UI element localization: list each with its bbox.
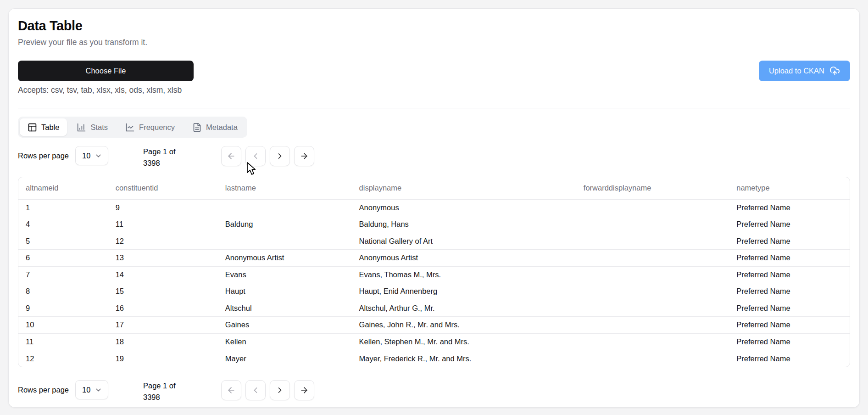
column-header-constituentid: constituentid (108, 177, 218, 199)
tab-label: Frequency (139, 123, 175, 132)
column-header-forwarddisplayname: forwarddisplayname (576, 177, 729, 199)
column-header-displayname: displayname (352, 177, 576, 199)
cell-altnameid: 9 (18, 300, 108, 317)
cell-nametype: Preferred Name (729, 199, 850, 216)
first-page-button[interactable] (221, 146, 241, 166)
tab-metadata[interactable]: Metadata (184, 118, 245, 136)
column-header-altnameid: altnameid (18, 177, 108, 199)
cell-altnameid: 1 (18, 199, 108, 216)
cell-constituentid: 15 (108, 283, 218, 300)
cell-nametype: Preferred Name (729, 266, 850, 283)
table-row: 411BaldungBaldung, HansPreferred Name (18, 216, 850, 233)
cell-displayname: Baldung, Hans (352, 216, 576, 233)
cell-constituentid: 19 (108, 350, 218, 367)
cell-forwarddisplayname (576, 317, 729, 334)
actions-row: Choose File Upload to CKAN (18, 61, 850, 81)
cell-constituentid: 14 (108, 266, 218, 283)
rows-per-page-select[interactable]: 10 (75, 146, 108, 165)
tab-stats[interactable]: Stats (69, 118, 116, 136)
chevron-down-icon (95, 152, 102, 160)
cell-nametype: Preferred Name (729, 350, 850, 367)
first-page-button[interactable] (221, 380, 241, 400)
cell-forwarddisplayname (576, 233, 729, 250)
cell-lastname: Haupt (218, 283, 352, 300)
tab-label: Metadata (206, 123, 238, 132)
cell-displayname: Evans, Thomas M., Mrs. (352, 266, 576, 283)
cell-displayname: Mayer, Frederick R., Mr. and Mrs. (352, 350, 576, 367)
cell-displayname: National Gallery of Art (352, 233, 576, 250)
page-info: Page 1 of 3398 (143, 146, 184, 169)
cell-constituentid: 16 (108, 300, 218, 317)
cell-nametype: Preferred Name (729, 283, 850, 300)
cell-lastname: Evans (218, 266, 352, 283)
previous-page-button[interactable] (245, 380, 266, 400)
section-divider (18, 108, 850, 108)
last-page-button[interactable] (294, 146, 314, 166)
cell-constituentid: 12 (108, 233, 218, 250)
column-header-lastname: lastname (218, 177, 352, 199)
cell-forwarddisplayname (576, 216, 729, 233)
chevron-right-icon (275, 151, 284, 161)
tab-label: Stats (90, 123, 108, 132)
last-page-button[interactable] (294, 380, 314, 400)
rows-per-page-select[interactable]: 10 (75, 380, 108, 399)
arrow-right-icon (300, 151, 309, 161)
cell-lastname (218, 199, 352, 216)
cell-altnameid: 10 (18, 317, 108, 334)
cell-lastname: Altschul (218, 300, 352, 317)
cell-altnameid: 12 (18, 350, 108, 367)
cell-forwarddisplayname (576, 199, 729, 216)
cell-lastname: Kellen (218, 333, 352, 350)
next-page-button[interactable] (270, 380, 290, 400)
chevron-right-icon (275, 386, 284, 395)
table-row: 512National Gallery of ArtPreferred Name (18, 233, 850, 250)
cell-constituentid: 18 (108, 333, 218, 350)
choose-file-button[interactable]: Choose File (18, 61, 194, 81)
chevron-down-icon (95, 386, 102, 394)
table-row: 1219MayerMayer, Frederick R., Mr. and Mr… (18, 350, 850, 367)
cell-nametype: Preferred Name (729, 333, 850, 350)
cell-forwarddisplayname (576, 350, 729, 367)
cell-altnameid: 5 (18, 233, 108, 250)
cell-nametype: Preferred Name (729, 300, 850, 317)
cell-altnameid: 7 (18, 266, 108, 283)
cell-nametype: Preferred Name (729, 233, 850, 250)
cell-altnameid: 11 (18, 333, 108, 350)
next-page-button[interactable] (270, 146, 290, 166)
rows-per-page-value: 10 (82, 386, 90, 394)
table-row: 815HauptHaupt, Enid AnnenbergPreferred N… (18, 283, 850, 300)
cell-lastname (218, 233, 352, 250)
pagination-buttons (221, 146, 314, 166)
page-title: Data Table (18, 18, 850, 34)
rows-per-page-label: Rows per page (18, 146, 69, 165)
line-chart-icon (125, 123, 135, 132)
table-header-row: altnameidconstituentidlastnamedisplaynam… (18, 177, 850, 199)
cell-lastname: Baldung (218, 216, 352, 233)
tab-table[interactable]: Table (20, 118, 67, 136)
cell-forwarddisplayname (576, 333, 729, 350)
cell-displayname: Haupt, Enid Annenberg (352, 283, 576, 300)
table-layout-icon (28, 123, 37, 132)
cell-forwarddisplayname (576, 250, 729, 267)
cell-displayname: Anonymous (352, 199, 576, 216)
cell-forwarddisplayname (576, 300, 729, 317)
chevron-left-icon (251, 151, 260, 161)
cell-lastname: Anonymous Artist (218, 250, 352, 267)
rows-per-page-label: Rows per page (18, 380, 69, 399)
tab-list: Table Stats Frequency (18, 117, 247, 138)
table-row: 613Anonymous ArtistAnonymous ArtistPrefe… (18, 250, 850, 267)
cell-constituentid: 9 (108, 199, 218, 216)
pagination-top: Rows per page 10 Page 1 of 3398 (18, 146, 850, 169)
cell-displayname: Kellen, Stephen M., Mr. and Mrs. (352, 333, 576, 350)
page-subtitle: Preview your file as you transform it. (18, 37, 850, 48)
upload-to-ckan-button[interactable]: Upload to CKAN (759, 61, 850, 81)
bar-chart-icon (77, 123, 86, 132)
data-table-container: altnameidconstituentidlastnamedisplaynam… (18, 177, 850, 367)
cell-constituentid: 11 (108, 216, 218, 233)
tab-frequency[interactable]: Frequency (117, 118, 183, 136)
cloud-upload-icon (829, 66, 840, 76)
previous-page-button[interactable] (245, 146, 266, 166)
upload-button-label: Upload to CKAN (769, 67, 824, 75)
cell-altnameid: 6 (18, 250, 108, 267)
cell-constituentid: 17 (108, 317, 218, 334)
